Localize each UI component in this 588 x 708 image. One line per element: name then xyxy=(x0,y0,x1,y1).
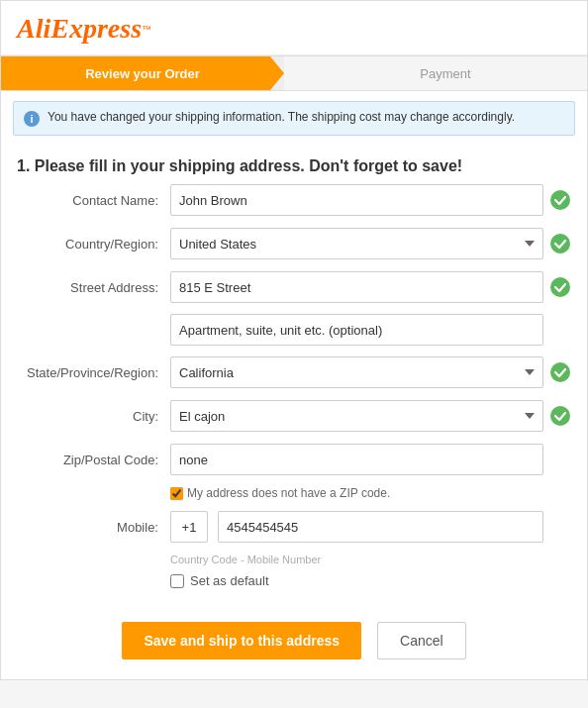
zip-no-code-checkbox[interactable] xyxy=(170,487,183,500)
zip-row: Zip/Postal Code: xyxy=(17,443,571,476)
section-title: 1. Please fill in your shipping address.… xyxy=(1,146,587,183)
zip-label: Zip/Postal Code: xyxy=(17,453,170,467)
button-row: Save and ship to this address Cancel xyxy=(1,612,587,679)
mobile-input[interactable] xyxy=(218,511,543,543)
svg-point-0 xyxy=(550,190,570,210)
mobile-prefix: +1 xyxy=(170,511,208,543)
contact-name-input[interactable] xyxy=(170,184,543,216)
street-label: Street Address: xyxy=(17,280,170,295)
city-row: City: El cajon xyxy=(17,399,571,433)
city-check-icon xyxy=(549,405,571,427)
mobile-hint: Country Code - Mobile Number xyxy=(170,554,571,565)
zip-input[interactable] xyxy=(170,444,543,475)
logo-text: AliExpress xyxy=(17,13,142,45)
header: AliExpress™ xyxy=(1,1,587,55)
default-checkbox[interactable] xyxy=(170,574,184,588)
default-row: Set as default xyxy=(170,573,571,588)
state-row: State/Province/Region: California xyxy=(17,355,571,389)
contact-name-row: Contact Name: xyxy=(17,183,571,217)
cancel-button[interactable]: Cancel xyxy=(377,622,466,659)
progress-bar: Review your Order Payment xyxy=(1,55,587,91)
logo: AliExpress™ xyxy=(17,13,571,45)
info-banner: i You have changed your shipping informa… xyxy=(13,101,575,136)
state-check-icon xyxy=(549,361,571,383)
apt-input[interactable] xyxy=(170,314,543,346)
contact-name-check-icon xyxy=(549,189,571,211)
country-check-icon xyxy=(549,233,571,254)
info-message: You have changed your shipping informati… xyxy=(48,110,515,124)
street-row: Street Address: xyxy=(17,270,571,304)
state-select[interactable]: California xyxy=(170,356,543,388)
mobile-row: Mobile: +1 xyxy=(17,510,571,544)
shipping-form: Contact Name: Country/Region: United Sta… xyxy=(1,183,587,612)
svg-point-1 xyxy=(550,234,570,253)
apt-row xyxy=(17,314,571,346)
country-row: Country/Region: United States xyxy=(17,227,571,260)
tab-payment[interactable]: Payment xyxy=(284,56,587,90)
country-label: Country/Region: xyxy=(17,237,170,252)
svg-point-2 xyxy=(550,277,570,297)
street-input[interactable] xyxy=(170,271,543,303)
state-label: State/Province/Region: xyxy=(17,365,170,380)
zip-note-row: My address does not have a ZIP code. xyxy=(170,486,571,500)
mobile-label: Mobile: xyxy=(17,520,170,535)
svg-point-3 xyxy=(550,362,570,382)
contact-name-label: Contact Name: xyxy=(17,193,170,208)
tab-review-order[interactable]: Review your Order xyxy=(1,56,284,90)
logo-trademark: ™ xyxy=(142,24,151,35)
zip-note-label: My address does not have a ZIP code. xyxy=(187,486,390,500)
city-label: City: xyxy=(17,409,170,424)
info-icon: i xyxy=(24,111,40,127)
country-select[interactable]: United States xyxy=(170,228,543,259)
street-check-icon xyxy=(549,276,571,298)
save-button[interactable]: Save and ship to this address xyxy=(122,622,361,659)
city-select[interactable]: El cajon xyxy=(170,400,543,432)
svg-point-4 xyxy=(550,406,570,426)
default-label: Set as default xyxy=(190,573,269,588)
